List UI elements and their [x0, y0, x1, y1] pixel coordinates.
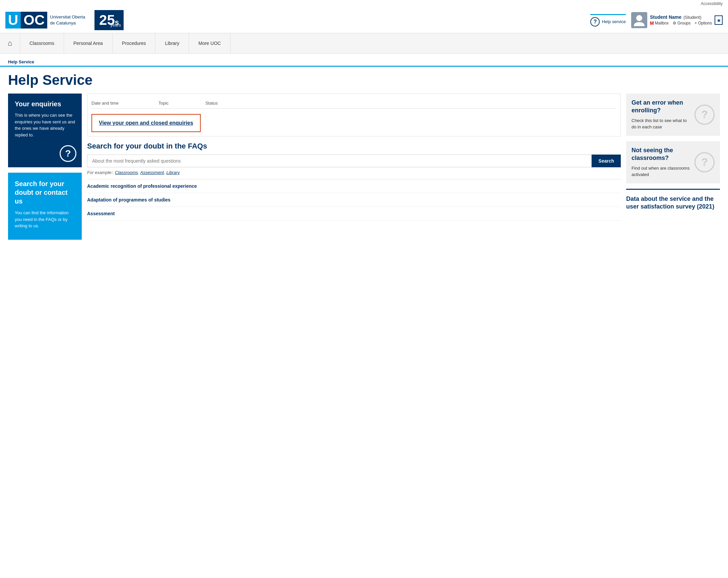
svg-point-0	[636, 15, 642, 21]
user-area: Student Name (Student) M Mailbox ⚙ Group…	[631, 12, 723, 28]
faq-example-assessment[interactable]: Assessment	[140, 170, 164, 175]
right-card-2-icon: ?	[695, 152, 714, 172]
right-card-2-body: Find out when are classrooms activated	[631, 165, 691, 178]
table-headers: Date and time Topic Status	[92, 98, 617, 109]
right-column: Get an error when enrolling? Check this …	[626, 94, 720, 240]
navigation-bar: ⌂ Classrooms Personal Area Procedures Li…	[0, 33, 728, 54]
logo-u-letter: U	[5, 12, 21, 28]
avatar	[631, 12, 647, 28]
user-info: Student Name (Student) M Mailbox ⚙ Group…	[650, 15, 712, 26]
help-service-text: Help service	[602, 19, 626, 24]
faq-example-classrooms[interactable]: Classrooms	[115, 170, 138, 175]
enquiries-table-area: Date and time Topic Status View your ope…	[87, 94, 621, 136]
logo-uoc[interactable]: U OC Universitat Oberta de Catalunya	[5, 12, 85, 28]
breadcrumb: Help Service	[8, 59, 34, 65]
right-card-content-2: Not seeing the classrooms? Find out when…	[631, 147, 691, 178]
nav-item-procedures[interactable]: Procedures	[112, 33, 156, 53]
faq-area: Search for your doubt in the FAQs Search…	[87, 142, 621, 221]
main-content: Your enquiries This is where you can see…	[0, 94, 728, 248]
groups-icon: ⚙	[673, 21, 676, 25]
top-bar: Accessibility	[0, 0, 728, 7]
breadcrumb-area: Help Service	[0, 54, 728, 66]
enquiries-question-icon: ?	[60, 145, 76, 162]
header-right: ? Help service Student Name (Student) M …	[590, 12, 723, 28]
right-card-1-body: Check this list to see what to do in eac…	[631, 117, 691, 130]
faq-example-library[interactable]: Library	[166, 170, 180, 175]
page-title: Help Service	[8, 72, 720, 88]
your-enquiries-box: Your enquiries This is where you can see…	[8, 94, 82, 167]
right-card-1-title: Get an error when enrolling?	[631, 99, 691, 115]
help-icon: ?	[590, 17, 600, 26]
mailbox-link[interactable]: M Mailbox	[650, 21, 669, 26]
faq-search-input[interactable]	[87, 155, 592, 167]
groups-link[interactable]: ⚙ Groups	[673, 21, 691, 26]
middle-column: Date and time Topic Status View your ope…	[87, 94, 621, 240]
data-satisfaction-card: Data about the service and the user sati…	[626, 189, 720, 216]
table-header-date: Date and time	[92, 101, 152, 106]
user-role: (Student)	[683, 15, 701, 20]
data-card-title: Data about the service and the user sati…	[626, 195, 720, 211]
accessibility-link[interactable]: Accessibility	[701, 1, 723, 6]
header: U OC Universitat Oberta de Catalunya 25 …	[0, 7, 728, 33]
right-card-classrooms: Not seeing the classrooms? Find out when…	[626, 141, 720, 183]
home-icon: ⌂	[8, 39, 12, 48]
user-actions: M Mailbox ⚙ Groups + Options	[650, 21, 712, 26]
faq-link-adaptation[interactable]: Adaptation of programmes of studies	[87, 193, 621, 207]
faq-search-row: Search	[87, 155, 621, 167]
search-contact-body: You can find the information you need in…	[15, 209, 75, 229]
logo-university-text: Universitat Oberta de Catalunya	[50, 14, 85, 26]
right-card-content-1: Get an error when enrolling? Check this …	[631, 99, 691, 130]
user-silhouette-icon	[634, 14, 645, 26]
logo-25-anniversary: 25 s years	[95, 10, 124, 30]
table-header-topic: Topic	[158, 101, 199, 106]
options-link[interactable]: + Options	[695, 21, 712, 26]
user-name: Student Name	[650, 15, 681, 20]
enquiries-title: Your enquiries	[15, 100, 75, 108]
faq-link-assessment[interactable]: Assessment	[87, 207, 621, 221]
page-title-bar: Help Service	[0, 66, 728, 94]
faq-search-button[interactable]: Search	[592, 155, 621, 167]
nav-home-button[interactable]: ⌂	[0, 33, 20, 53]
search-contact-title: Search for your doubt or contact us	[15, 179, 75, 205]
right-card-enrollment-error: Get an error when enrolling? Check this …	[626, 94, 720, 136]
search-contact-box: Search for your doubt or contact us You …	[8, 173, 82, 240]
document-icon[interactable]: ▣	[714, 16, 723, 25]
logo-oc-letter: OC	[21, 12, 47, 28]
faq-title: Search for your doubt in the FAQs	[87, 142, 621, 151]
nav-item-personal-area[interactable]: Personal Area	[64, 33, 112, 53]
enquiries-body: This is where you can see the enquiries …	[15, 112, 75, 138]
right-card-2-title: Not seeing the classrooms?	[631, 147, 691, 162]
left-column: Your enquiries This is where you can see…	[8, 94, 82, 240]
table-header-status: Status	[205, 101, 218, 106]
faq-links: Academic recognition of professional exp…	[87, 179, 621, 221]
right-card-1-icon: ?	[695, 105, 714, 125]
faq-examples: For example:: Classrooms, Assessment, Li…	[87, 170, 621, 175]
view-enquiries-link[interactable]: View your open and closed enquiries	[92, 114, 201, 132]
nav-item-classrooms[interactable]: Classrooms	[20, 33, 64, 53]
nav-item-more-uoc[interactable]: More UOC	[189, 33, 231, 53]
mailbox-icon: M	[650, 21, 654, 26]
faq-link-academic[interactable]: Academic recognition of professional exp…	[87, 179, 621, 193]
logo-area: U OC Universitat Oberta de Catalunya 25 …	[5, 10, 590, 30]
help-service-nav-link[interactable]: ? Help service	[590, 14, 626, 26]
nav-item-library[interactable]: Library	[155, 33, 189, 53]
